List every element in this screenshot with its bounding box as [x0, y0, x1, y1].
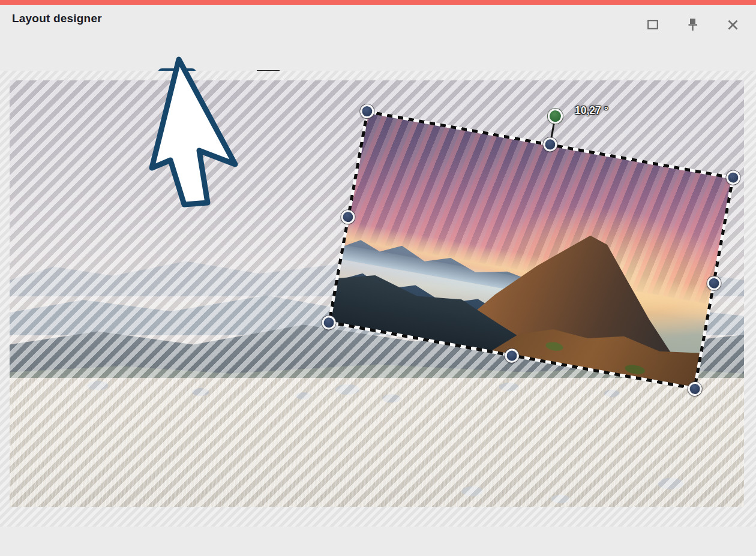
maximize-icon	[647, 20, 658, 29]
window-title: Layout designer	[12, 12, 102, 25]
layout-canvas[interactable]: 10,27 °	[0, 71, 756, 527]
window-accent-bar	[0, 0, 756, 5]
titlebar: Layout designer	[0, 5, 756, 34]
top-toolbar: Time mark: s	[0, 34, 756, 71]
close-icon	[728, 20, 738, 30]
maximize-button[interactable]	[645, 17, 661, 32]
bottom-toolbar: 00:00.000	[0, 527, 756, 556]
layout-designer-window: Layout designer	[0, 0, 756, 556]
close-button[interactable]	[725, 17, 740, 32]
pin-icon	[687, 17, 699, 32]
pin-button[interactable]	[685, 17, 701, 32]
rotation-angle-label: 10,27 °	[575, 104, 608, 117]
